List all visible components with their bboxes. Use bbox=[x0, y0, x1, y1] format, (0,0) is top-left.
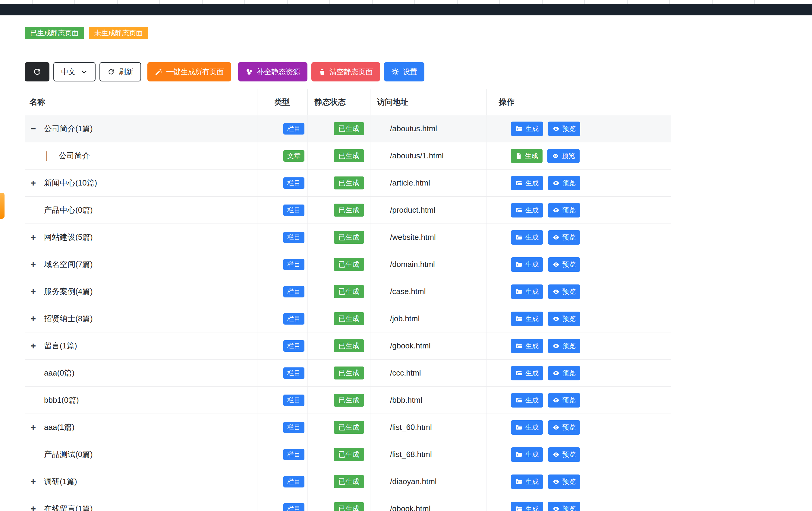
status-badge: 已生成 bbox=[334, 177, 364, 189]
expand-icon[interactable]: + bbox=[28, 476, 38, 487]
generate-button[interactable]: 生成 bbox=[511, 447, 543, 462]
preview-button[interactable]: 预览 bbox=[548, 366, 580, 380]
refresh-icon bbox=[107, 68, 115, 76]
table-row: +新闻中心(10篇)栏目已生成/article.html生成预览 bbox=[25, 169, 671, 197]
generate-button[interactable]: 生成 bbox=[511, 122, 543, 136]
status-cell: 已生成 bbox=[308, 197, 371, 223]
preview-button[interactable]: 预览 bbox=[547, 149, 580, 163]
generate-button[interactable]: 生成 bbox=[511, 420, 543, 435]
actions-cell: 生成预览 bbox=[487, 495, 671, 511]
eye-icon bbox=[552, 315, 560, 322]
refresh-button[interactable]: 刷新 bbox=[99, 62, 141, 81]
preview-button-label: 预览 bbox=[562, 261, 576, 268]
generate-button[interactable]: 生成 bbox=[511, 339, 543, 353]
complete-assets-button[interactable]: 补全静态资源 bbox=[238, 62, 308, 81]
preview-button[interactable]: 预览 bbox=[548, 257, 580, 272]
table-row: bbb1(0篇)栏目已生成/bbb.html生成预览 bbox=[25, 387, 671, 414]
expand-icon[interactable]: + bbox=[28, 232, 38, 243]
preview-button[interactable]: 预览 bbox=[548, 122, 580, 136]
clear-static-button[interactable]: 清空静态页面 bbox=[311, 62, 380, 81]
folder-open-icon bbox=[515, 370, 523, 377]
eye-icon bbox=[552, 370, 560, 377]
url-cell: /gbook.html bbox=[371, 495, 487, 511]
page-name: aaa(1篇) bbox=[44, 422, 75, 433]
expand-icon[interactable]: + bbox=[28, 259, 38, 270]
generate-button[interactable]: 生成 bbox=[511, 502, 543, 511]
preview-button[interactable]: 预览 bbox=[548, 176, 580, 190]
expand-icon[interactable]: + bbox=[28, 286, 38, 297]
generate-button[interactable]: 生成 bbox=[511, 257, 543, 272]
actions-cell: 生成预览 bbox=[487, 468, 671, 495]
generate-button-label: 生成 bbox=[525, 288, 539, 295]
url-cell: /website.html bbox=[371, 224, 487, 251]
generate-button-label: 生成 bbox=[525, 153, 538, 159]
expand-icon[interactable]: + bbox=[28, 314, 38, 324]
cropped-header-strip bbox=[0, 0, 812, 4]
generate-button-label: 生成 bbox=[525, 234, 539, 241]
preview-button[interactable]: 预览 bbox=[548, 447, 580, 462]
preview-button[interactable]: 预览 bbox=[548, 393, 580, 407]
generate-button[interactable]: 生成 bbox=[511, 312, 543, 326]
generate-button[interactable]: 生成 bbox=[511, 230, 543, 245]
refresh-icon-button[interactable] bbox=[25, 62, 50, 81]
page-url: /product.html bbox=[390, 206, 435, 215]
expand-icon[interactable]: + bbox=[28, 341, 38, 351]
preview-button[interactable]: 预览 bbox=[548, 203, 580, 217]
url-cell: /aboutus/1.html bbox=[371, 142, 487, 169]
name-cell: +留言(1篇) bbox=[25, 332, 257, 359]
generate-button[interactable]: 生成 bbox=[511, 285, 543, 299]
preview-button[interactable]: 预览 bbox=[548, 339, 580, 353]
refresh-button-label: 刷新 bbox=[119, 68, 133, 75]
status-badge: 已生成 bbox=[334, 502, 364, 511]
preview-button[interactable]: 预览 bbox=[548, 502, 580, 511]
type-cell: 栏目 bbox=[257, 441, 308, 468]
type-cell: 栏目 bbox=[257, 251, 308, 278]
generate-button[interactable]: 生成 bbox=[511, 176, 543, 190]
generate-button-label: 生成 bbox=[525, 316, 539, 322]
page-url: /website.html bbox=[390, 233, 436, 242]
collapse-icon[interactable]: − bbox=[28, 124, 38, 134]
generate-button[interactable]: 生成 bbox=[511, 203, 543, 217]
preview-button[interactable]: 预览 bbox=[548, 312, 580, 326]
preview-button[interactable]: 预览 bbox=[548, 285, 580, 299]
refresh-icon bbox=[33, 67, 41, 76]
page-name: 留言(1篇) bbox=[44, 341, 77, 351]
folder-open-icon bbox=[515, 261, 523, 268]
actions-cell: 生成预览 bbox=[487, 169, 671, 196]
generate-button[interactable]: 生成 bbox=[511, 475, 543, 489]
expand-icon[interactable]: + bbox=[28, 178, 38, 189]
language-select[interactable]: 中文 bbox=[53, 62, 95, 81]
type-cell: 栏目 bbox=[257, 495, 308, 511]
eye-icon bbox=[552, 125, 560, 132]
expand-icon[interactable]: + bbox=[28, 422, 38, 433]
preview-button[interactable]: 预览 bbox=[548, 230, 580, 245]
header-name: 名称 bbox=[25, 89, 257, 115]
eye-icon bbox=[552, 424, 560, 431]
expand-icon[interactable]: + bbox=[28, 504, 38, 511]
folder-open-icon bbox=[515, 478, 523, 485]
eye-icon bbox=[552, 397, 560, 404]
generate-all-button[interactable]: 一键生成所有页面 bbox=[147, 62, 231, 81]
generate-button[interactable]: 生成 bbox=[511, 366, 543, 380]
preview-button[interactable]: 预览 bbox=[548, 475, 580, 489]
generate-button[interactable]: 生成 bbox=[511, 393, 543, 407]
page-url: /gbook.html bbox=[390, 504, 430, 511]
generate-button[interactable]: 生成 bbox=[511, 149, 543, 163]
eye-icon bbox=[552, 342, 560, 350]
preview-button-label: 预览 bbox=[562, 234, 576, 241]
eye-icon bbox=[552, 478, 560, 485]
page-name: 公司简介 bbox=[59, 151, 90, 161]
toolbar: 中文 刷新 一键生成所有页面 补全静态资源 bbox=[25, 62, 812, 81]
drawer-handle[interactable] bbox=[0, 193, 4, 219]
status-legend: 已生成静态页面 未生成静态页面 bbox=[25, 27, 812, 39]
status-cell: 已生成 bbox=[308, 278, 371, 305]
preview-button[interactable]: 预览 bbox=[548, 420, 580, 435]
url-cell: /case.html bbox=[371, 278, 487, 305]
settings-button[interactable]: 设置 bbox=[384, 62, 425, 81]
name-cell: +新闻中心(10篇) bbox=[25, 169, 257, 196]
table-row: aaa(0篇)栏目已生成/ccc.html生成预览 bbox=[25, 359, 671, 387]
actions-cell: 生成预览 bbox=[487, 224, 671, 251]
preview-button-label: 预览 bbox=[562, 478, 576, 485]
status-badge: 已生成 bbox=[334, 285, 364, 298]
name-cell: 产品中心(0篇) bbox=[25, 197, 257, 223]
